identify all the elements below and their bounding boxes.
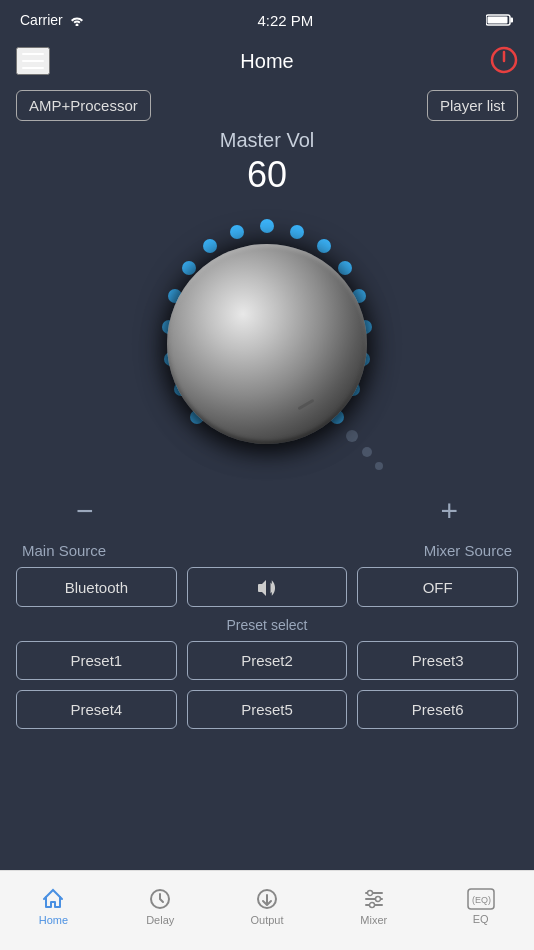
volume-knob-container[interactable]	[127, 204, 407, 484]
bluetooth-label: Bluetooth	[65, 579, 128, 596]
preset-button-2[interactable]: Preset2	[187, 641, 348, 680]
header: Home	[0, 36, 534, 86]
eq-icon: (EQ)	[467, 888, 495, 910]
hamburger-line-1	[22, 53, 44, 55]
vol-controls: − +	[16, 488, 518, 534]
mixer-off-label: OFF	[423, 579, 453, 596]
svg-point-23	[362, 447, 372, 457]
svg-point-11	[203, 239, 217, 253]
hamburger-line-2	[22, 60, 44, 62]
hamburger-line-3	[22, 67, 44, 69]
nav-item-mixer[interactable]: Mixer	[320, 887, 427, 934]
source-buttons-row: Bluetooth OFF	[16, 567, 518, 607]
master-vol-label: Master Vol	[220, 129, 314, 152]
volume-minus-button[interactable]: −	[76, 496, 94, 526]
battery-icon	[486, 13, 514, 27]
carrier-text: Carrier	[20, 12, 63, 28]
amp-processor-button[interactable]: AMP+Processor	[16, 90, 151, 121]
svg-point-27	[367, 891, 372, 896]
source-labels: Main Source Mixer Source	[16, 542, 518, 559]
svg-point-10	[182, 261, 196, 275]
svg-point-29	[369, 903, 374, 908]
page-title: Home	[240, 50, 293, 73]
preset-button-4[interactable]: Preset4	[16, 690, 177, 729]
player-list-button[interactable]: Player list	[427, 90, 518, 121]
time-text: 4:22 PM	[257, 12, 313, 29]
svg-rect-2	[488, 17, 508, 24]
mixer-icon	[362, 887, 386, 911]
volume-knob[interactable]	[167, 244, 367, 444]
mixer-source-label: Mixer Source	[424, 542, 512, 559]
bottom-nav: Home Delay Output Mixer (EQ) EQ	[0, 870, 534, 950]
nav-label-output: Output	[250, 914, 283, 926]
master-vol-value: 60	[247, 154, 287, 196]
nav-label-delay: Delay	[146, 914, 174, 926]
power-button[interactable]	[490, 46, 518, 77]
home-icon	[41, 887, 65, 911]
status-left: Carrier	[20, 12, 85, 28]
status-right	[486, 13, 514, 27]
nav-label-home: Home	[39, 914, 68, 926]
svg-point-28	[375, 897, 380, 902]
svg-text:(EQ): (EQ)	[472, 895, 491, 905]
wifi-icon	[69, 14, 85, 26]
preset-button-3[interactable]: Preset3	[357, 641, 518, 680]
preset-button-5[interactable]: Preset5	[187, 690, 348, 729]
preset-select-label: Preset select	[16, 617, 518, 633]
svg-point-13	[260, 219, 274, 233]
source-section: Main Source Mixer Source Bluetooth OFF P…	[0, 534, 534, 729]
master-vol-section: Master Vol 60	[0, 129, 534, 534]
svg-point-16	[338, 261, 352, 275]
mixer-off-button[interactable]: OFF	[357, 567, 518, 607]
nav-label-eq: EQ	[473, 913, 489, 925]
nav-item-eq[interactable]: (EQ) EQ	[427, 888, 534, 933]
speaker-icon	[256, 578, 278, 596]
nav-item-home[interactable]: Home	[0, 887, 107, 934]
preset-button-1[interactable]: Preset1	[16, 641, 177, 680]
volume-plus-button[interactable]: +	[440, 496, 458, 526]
preset-select-button[interactable]	[187, 567, 348, 607]
svg-rect-1	[511, 18, 514, 23]
top-buttons: AMP+Processor Player list	[0, 86, 534, 129]
nav-item-output[interactable]: Output	[214, 887, 321, 934]
svg-point-14	[290, 225, 304, 239]
svg-point-22	[346, 430, 358, 442]
svg-point-15	[317, 239, 331, 253]
preset-button-6[interactable]: Preset6	[357, 690, 518, 729]
nav-item-delay[interactable]: Delay	[107, 887, 214, 934]
delay-icon	[148, 887, 172, 911]
status-bar: Carrier 4:22 PM	[0, 0, 534, 36]
main-source-label: Main Source	[22, 542, 106, 559]
hamburger-button[interactable]	[16, 47, 50, 75]
bluetooth-button[interactable]: Bluetooth	[16, 567, 177, 607]
svg-point-12	[230, 225, 244, 239]
output-icon	[255, 887, 279, 911]
preset-grid: Preset1Preset2Preset3Preset4Preset5Prese…	[16, 641, 518, 729]
svg-point-24	[375, 462, 383, 470]
knob-indicator	[297, 399, 314, 411]
nav-label-mixer: Mixer	[360, 914, 387, 926]
power-icon	[490, 46, 518, 74]
